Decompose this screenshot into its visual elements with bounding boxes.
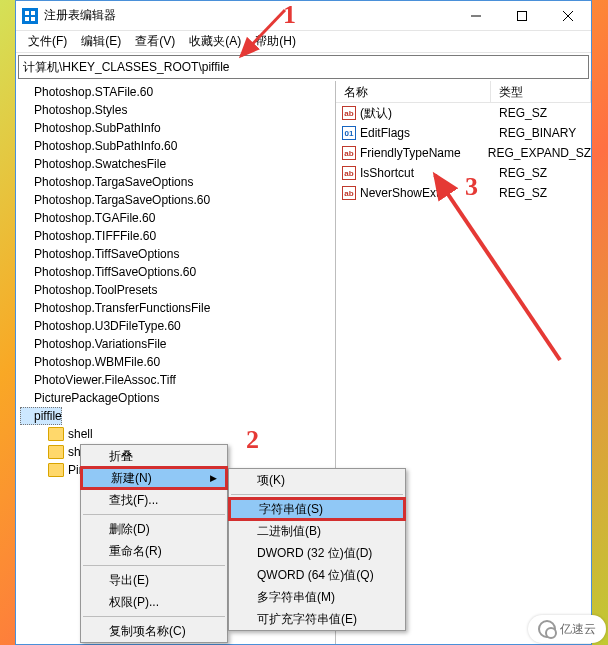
tree-item[interactable]: Photoshop.TGAFile.60 [20, 209, 335, 227]
menu-item[interactable]: 新建(N)▶ [81, 467, 227, 489]
value-type: REG_BINARY [491, 126, 591, 140]
list-header: 名称 类型 [336, 81, 591, 103]
tree-item[interactable]: Photoshop.VariationsFile [20, 335, 335, 353]
tree-item[interactable]: Photoshop.WBMFile.60 [20, 353, 335, 371]
menu-edit[interactable]: 编辑(E) [75, 31, 127, 52]
list-row[interactable]: 01EditFlagsREG_BINARY [336, 123, 591, 143]
tree-item[interactable]: Photoshop.U3DFileType.60 [20, 317, 335, 335]
menu-item[interactable]: 二进制值(B) [229, 520, 405, 542]
menu-help[interactable]: 帮助(H) [249, 31, 302, 52]
tree-item[interactable]: Photoshop.STAFile.60 [20, 83, 335, 101]
svg-rect-5 [518, 11, 527, 20]
tree-item[interactable]: Photoshop.TiffSaveOptions.60 [20, 263, 335, 281]
menu-item[interactable]: 多字符串值(M) [229, 586, 405, 608]
svg-rect-1 [31, 11, 35, 15]
close-button[interactable] [545, 1, 591, 31]
tree-item[interactable]: Photoshop.ToolPresets [20, 281, 335, 299]
value-name: EditFlags [360, 126, 410, 140]
svg-rect-0 [25, 11, 29, 15]
tree-item[interactable]: PicturePackageOptions [20, 389, 335, 407]
tree-item[interactable]: Photoshop.SubPathInfo [20, 119, 335, 137]
menu-file[interactable]: 文件(F) [22, 31, 73, 52]
reg-value-icon: ab [342, 106, 356, 120]
value-name: (默认) [360, 105, 392, 122]
svg-rect-2 [25, 17, 29, 21]
menu-fav[interactable]: 收藏夹(A) [183, 31, 247, 52]
value-name: NeverShowExt [360, 186, 439, 200]
menu-item[interactable]: 权限(P)... [81, 591, 227, 613]
list-row[interactable]: ab(默认)REG_SZ [336, 103, 591, 123]
menu-view[interactable]: 查看(V) [129, 31, 181, 52]
menu-item[interactable]: 导出(E) [81, 569, 227, 591]
logo-text: 亿速云 [560, 621, 596, 638]
value-name: IsShortcut [360, 166, 414, 180]
menubar: 文件(F) 编辑(E) 查看(V) 收藏夹(A) 帮助(H) [16, 31, 591, 53]
menu-item[interactable]: 查找(F)... [81, 489, 227, 511]
folder-icon [48, 463, 64, 477]
watermark-logo: 亿速云 [528, 615, 606, 643]
menu-item[interactable]: QWORD (64 位)值(Q) [229, 564, 405, 586]
value-type: REG_SZ [491, 186, 591, 200]
tree-item-selected[interactable]: piffile [20, 407, 62, 425]
reg-value-icon: ab [342, 146, 356, 160]
tree-item[interactable]: Photoshop.TransferFunctionsFile [20, 299, 335, 317]
minimize-button[interactable] [453, 1, 499, 31]
folder-icon [48, 445, 64, 459]
menu-item[interactable]: 删除(D) [81, 518, 227, 540]
tree-item[interactable]: Photoshop.TargaSaveOptions.60 [20, 191, 335, 209]
menu-item[interactable]: 可扩充字符串值(E) [229, 608, 405, 630]
list-row[interactable]: abIsShortcutREG_SZ [336, 163, 591, 183]
reg-value-icon: ab [342, 186, 356, 200]
tree-item[interactable]: Photoshop.Styles [20, 101, 335, 119]
col-name[interactable]: 名称 [336, 81, 491, 102]
value-name: FriendlyTypeName [360, 146, 461, 160]
app-icon [22, 8, 38, 24]
reg-value-icon: ab [342, 166, 356, 180]
context-menu-2: 项(K)字符串值(S)二进制值(B)DWORD (32 位)值(D)QWORD … [228, 468, 406, 631]
address-bar[interactable]: 计算机\HKEY_CLASSES_ROOT\piffile [18, 55, 589, 79]
maximize-button[interactable] [499, 1, 545, 31]
tree-item[interactable]: Photoshop.SwatchesFile [20, 155, 335, 173]
tree-item[interactable]: shell [20, 425, 335, 443]
menu-item[interactable]: 字符串值(S) [229, 498, 405, 520]
value-type: REG_SZ [491, 166, 591, 180]
titlebar: 注册表编辑器 [16, 1, 591, 31]
reg-value-icon: 01 [342, 126, 356, 140]
list-row[interactable]: abNeverShowExtREG_SZ [336, 183, 591, 203]
value-type: REG_SZ [491, 106, 591, 120]
menu-item[interactable]: 折叠 [81, 445, 227, 467]
tree-item[interactable]: Photoshop.SubPathInfo.60 [20, 137, 335, 155]
logo-icon [538, 620, 556, 638]
tree-item[interactable]: Photoshop.TiffSaveOptions [20, 245, 335, 263]
menu-item[interactable]: 重命名(R) [81, 540, 227, 562]
menu-item[interactable]: 项(K) [229, 469, 405, 491]
tree-item[interactable]: Photoshop.TIFFFile.60 [20, 227, 335, 245]
tree-item[interactable]: Photoshop.TargaSaveOptions [20, 173, 335, 191]
window-title: 注册表编辑器 [44, 7, 116, 24]
folder-icon [48, 427, 64, 441]
value-type: REG_EXPAND_SZ [480, 146, 591, 160]
list-row[interactable]: abFriendlyTypeNameREG_EXPAND_SZ [336, 143, 591, 163]
col-type[interactable]: 类型 [491, 81, 591, 102]
tree-item[interactable]: PhotoViewer.FileAssoc.Tiff [20, 371, 335, 389]
menu-item[interactable]: DWORD (32 位)值(D) [229, 542, 405, 564]
menu-item[interactable]: 复制项名称(C) [81, 620, 227, 642]
address-text: 计算机\HKEY_CLASSES_ROOT\piffile [23, 59, 230, 76]
svg-rect-3 [31, 17, 35, 21]
context-menu-1: 折叠新建(N)▶查找(F)...删除(D)重命名(R)导出(E)权限(P)...… [80, 444, 228, 643]
